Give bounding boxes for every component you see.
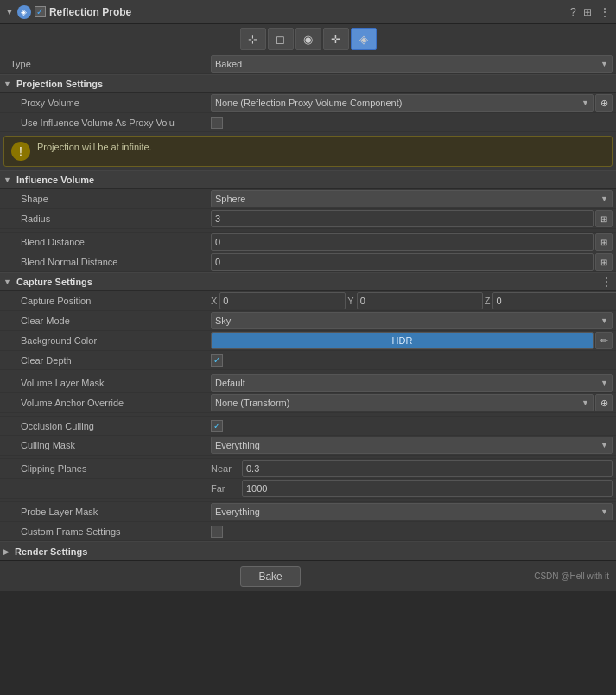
volume-layer-mask-dropdown[interactable]: Default ▼ bbox=[211, 374, 613, 392]
projection-settings-section[interactable]: ▼ Projection Settings bbox=[0, 74, 616, 93]
clear-mode-value: Sky bbox=[215, 316, 231, 326]
proxy-volume-dropdown-arrow: ▼ bbox=[581, 99, 589, 107]
title-bar: ▼ ◈ ✓ Reflection Probe ? ⊞ ⋮ bbox=[0, 0, 616, 24]
occlusion-culling-value-area: ✓ bbox=[211, 420, 613, 432]
use-influence-volume-checkbox[interactable] bbox=[211, 117, 223, 129]
proxy-volume-dropdown[interactable]: None (Reflection Proxy Volume Component)… bbox=[211, 94, 594, 112]
clipping-planes-far-value-area: Far bbox=[211, 480, 613, 497]
bake-button[interactable]: Bake bbox=[240, 566, 300, 587]
far-label: Far bbox=[211, 483, 238, 494]
capture-settings-title: Capture Settings bbox=[16, 277, 92, 287]
radius-icon-btn[interactable]: ⊞ bbox=[595, 210, 613, 227]
influence-volume-section[interactable]: ▼ Influence Volume bbox=[0, 170, 616, 189]
help-icon[interactable]: ? bbox=[570, 5, 576, 18]
custom-frame-settings-checkbox[interactable] bbox=[211, 526, 223, 538]
radius-label: Radius bbox=[3, 214, 211, 224]
blend-distance-input[interactable] bbox=[211, 233, 594, 251]
far-input[interactable] bbox=[242, 480, 613, 497]
blend-normal-distance-input[interactable] bbox=[211, 253, 594, 271]
shape-label: Shape bbox=[3, 194, 211, 204]
title-bar-right: ? ⊞ ⋮ bbox=[570, 5, 611, 19]
radius-input[interactable] bbox=[211, 210, 594, 227]
toolbar-move-btn[interactable]: ⊹ bbox=[240, 28, 266, 50]
probe-layer-mask-value: Everything bbox=[215, 507, 260, 517]
menu-icon[interactable]: ⋮ bbox=[599, 5, 611, 19]
blend-normal-distance-row: Blend Normal Distance ⊞ bbox=[0, 252, 616, 272]
near-input[interactable] bbox=[242, 460, 613, 477]
z-label: Z bbox=[485, 296, 491, 306]
shape-dropdown[interactable]: Sphere ▼ bbox=[211, 190, 613, 207]
culling-mask-arrow-icon: ▼ bbox=[600, 441, 608, 450]
toolbar-box-btn[interactable]: ◻ bbox=[268, 28, 294, 50]
clear-mode-row: Clear Mode Sky ▼ bbox=[0, 311, 616, 331]
capture-x-input[interactable] bbox=[219, 292, 346, 309]
clear-depth-row: Clear Depth ✓ bbox=[0, 351, 616, 370]
custom-frame-settings-row: Custom Frame Settings bbox=[0, 522, 616, 541]
blend-normal-distance-icon-btn[interactable]: ⊞ bbox=[595, 253, 613, 271]
near-row: Near bbox=[211, 460, 613, 477]
capture-z-input[interactable] bbox=[492, 292, 616, 309]
proxy-volume-label: Proxy Volume bbox=[3, 98, 211, 108]
toolbar-sphere-btn[interactable]: ◉ bbox=[295, 28, 321, 50]
capture-settings-menu-icon[interactable]: ⋮ bbox=[600, 276, 613, 288]
color-picker-btn[interactable]: ✏ bbox=[595, 332, 613, 349]
blend-normal-distance-value-area: ⊞ bbox=[211, 253, 613, 271]
collapse-arrow-icon[interactable]: ▼ bbox=[5, 7, 14, 16]
render-settings-section[interactable]: ▶ Render Settings bbox=[0, 541, 616, 560]
shape-value-area: Sphere ▼ bbox=[211, 190, 613, 207]
toolbar-transform-btn[interactable]: ✛ bbox=[323, 28, 349, 50]
clear-mode-value-area: Sky ▼ bbox=[211, 312, 613, 329]
volume-anchor-override-value-area: None (Transform) ▼ ⊕ bbox=[211, 394, 613, 411]
clipping-planes-far-row: Far bbox=[0, 479, 616, 499]
clear-depth-value-area: ✓ bbox=[211, 354, 613, 367]
culling-mask-row: Culling Mask Everything ▼ bbox=[0, 436, 616, 456]
watermark-text: CSDN @Hell with it bbox=[534, 571, 609, 581]
type-dropdown[interactable]: Baked ▼ bbox=[211, 55, 613, 73]
inspector-content: Type Baked ▼ ▼ Projection Settings Proxy… bbox=[0, 54, 616, 560]
clear-mode-label: Clear Mode bbox=[3, 316, 211, 326]
clear-depth-checkbox[interactable]: ✓ bbox=[211, 354, 223, 367]
hdr-color-field[interactable]: HDR bbox=[211, 332, 594, 349]
warning-box: ! Projection will be at infinite. bbox=[3, 136, 613, 167]
toolbar: ⊹ ◻ ◉ ✛ ◈ bbox=[0, 24, 616, 54]
component-title: Reflection Probe bbox=[49, 6, 131, 18]
blend-distance-icon-btn[interactable]: ⊞ bbox=[595, 233, 613, 251]
shape-dropdown-value: Sphere bbox=[215, 194, 245, 204]
radius-row: Radius ⊞ bbox=[0, 209, 616, 229]
influence-volume-title: Influence Volume bbox=[16, 175, 94, 185]
use-influence-volume-value-area bbox=[211, 117, 613, 129]
capture-collapse-icon: ▼ bbox=[3, 277, 11, 286]
capture-y-input[interactable] bbox=[357, 292, 483, 309]
layout-icon[interactable]: ⊞ bbox=[583, 6, 592, 18]
proxy-volume-row: Proxy Volume None (Reflection Proxy Volu… bbox=[0, 93, 616, 113]
volume-layer-mask-label: Volume Layer Mask bbox=[3, 378, 211, 388]
culling-mask-dropdown[interactable]: Everything ▼ bbox=[211, 437, 613, 454]
shape-row: Shape Sphere ▼ bbox=[0, 189, 616, 209]
toolbar-probe-btn[interactable]: ◈ bbox=[351, 28, 377, 50]
volume-anchor-override-link-btn[interactable]: ⊕ bbox=[595, 394, 613, 411]
xyz-row: X Y Z bbox=[211, 292, 616, 309]
use-influence-volume-row: Use Influence Volume As Proxy Volu bbox=[0, 113, 616, 132]
blend-normal-distance-label: Blend Normal Distance bbox=[3, 257, 211, 267]
radius-value-area: ⊞ bbox=[211, 210, 613, 227]
bottom-bar: Bake CSDN @Hell with it bbox=[0, 560, 616, 591]
capture-position-value-area: X Y Z ✛ bbox=[211, 292, 616, 309]
probe-layer-mask-dropdown[interactable]: Everything ▼ bbox=[211, 503, 613, 520]
clipping-planes-near-value-area: Near bbox=[211, 460, 613, 477]
volume-layer-mask-value-area: Default ▼ bbox=[211, 374, 613, 392]
enabled-checkbox[interactable]: ✓ bbox=[35, 6, 46, 17]
proxy-volume-value-area: None (Reflection Proxy Volume Component)… bbox=[211, 94, 613, 112]
volume-anchor-override-dropdown[interactable]: None (Transform) ▼ bbox=[211, 394, 594, 411]
probe-layer-mask-value-area: Everything ▼ bbox=[211, 503, 613, 520]
volume-anchor-override-arrow-icon: ▼ bbox=[581, 399, 589, 407]
capture-settings-section[interactable]: ▼ Capture Settings ⋮ bbox=[0, 272, 616, 291]
type-dropdown-value: Baked bbox=[215, 59, 242, 69]
clear-mode-dropdown[interactable]: Sky ▼ bbox=[211, 312, 613, 329]
type-row: Type Baked ▼ bbox=[0, 54, 616, 74]
culling-mask-label: Culling Mask bbox=[3, 440, 211, 450]
occlusion-culling-checkbox[interactable]: ✓ bbox=[211, 420, 223, 432]
proxy-volume-link-btn[interactable]: ⊕ bbox=[595, 94, 613, 112]
type-dropdown-arrow-icon: ▼ bbox=[600, 60, 608, 68]
probe-layer-mask-row: Probe Layer Mask Everything ▼ bbox=[0, 502, 616, 522]
volume-layer-mask-arrow-icon: ▼ bbox=[600, 379, 608, 387]
